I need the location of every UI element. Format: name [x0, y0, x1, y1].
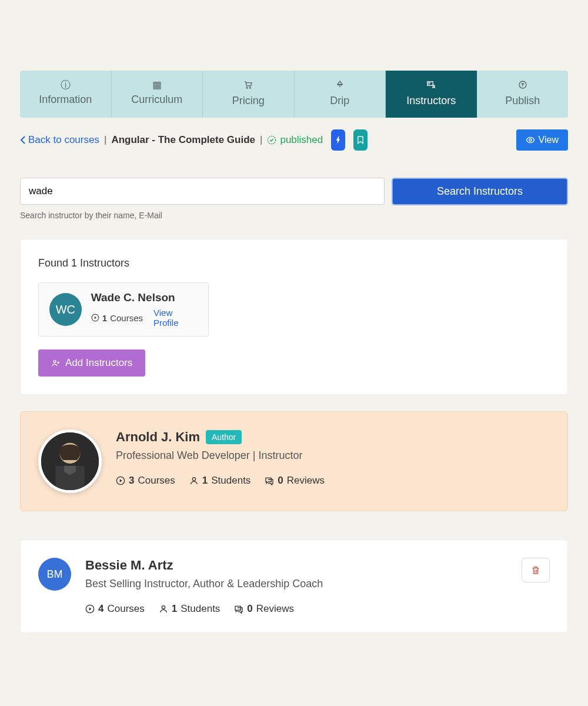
students-stat: 1 Students	[189, 475, 251, 487]
avatar: BM	[38, 558, 71, 591]
reviews-stat: 0 Reviews	[265, 475, 325, 487]
instructor-subtitle: Professional Web Developer | Instructor	[116, 449, 550, 462]
publish-icon	[518, 80, 527, 91]
svg-point-8	[54, 360, 56, 362]
reviews-stat: 0 Reviews	[234, 603, 294, 615]
featured-badge[interactable]	[331, 129, 345, 151]
bookmark-icon	[358, 136, 363, 144]
view-profile-link[interactable]: View Profile	[153, 308, 198, 328]
courses-stat: 4 Courses	[85, 603, 145, 615]
svg-point-0	[246, 87, 248, 88]
tabs-nav: ⓘ Information ▦ Curriculum Pricing Drip …	[20, 71, 568, 118]
svg-point-1	[250, 87, 251, 88]
info-icon: ⓘ	[61, 80, 71, 90]
found-count: Found 1 Instructors	[38, 257, 550, 269]
tab-instructors[interactable]: Instructors	[386, 71, 477, 118]
tab-drip[interactable]: Drip	[295, 71, 386, 118]
user-icon	[159, 604, 168, 614]
play-circle-icon	[85, 604, 95, 614]
search-row: Search instructor by their name, E-Mail …	[20, 178, 568, 220]
table-icon: ▦	[152, 80, 162, 90]
svg-point-3	[433, 85, 435, 87]
svg-point-15	[162, 606, 165, 609]
play-circle-icon	[91, 314, 99, 322]
trash-icon	[531, 565, 540, 575]
tab-publish[interactable]: Publish	[477, 71, 569, 118]
search-results-card: Found 1 Instructors WC Wade C. Nelson 1 …	[20, 239, 568, 395]
delete-instructor-button[interactable]	[522, 558, 550, 582]
add-instructors-button[interactable]: Add Instructors	[38, 349, 145, 377]
avatar	[38, 429, 102, 493]
courses-stat: 3 Courses	[116, 475, 175, 487]
drip-icon	[335, 80, 345, 91]
breadcrumb: Back to courses | Angular - The Complete…	[20, 129, 568, 151]
instructor-name: Wade C. Nelson	[91, 291, 198, 304]
check-circle-icon	[267, 135, 276, 145]
tab-pricing[interactable]: Pricing	[203, 71, 295, 118]
svg-point-5	[268, 136, 276, 144]
search-input[interactable]	[20, 178, 385, 205]
chat-icon	[234, 604, 243, 614]
cart-icon	[243, 80, 253, 91]
students-stat: 1 Students	[159, 603, 220, 615]
tab-curriculum[interactable]: ▦ Curriculum	[112, 71, 203, 118]
instructor-name: Bessie M. Artz	[85, 558, 173, 573]
bookmark-badge[interactable]	[353, 129, 368, 151]
view-button[interactable]: View	[516, 129, 568, 151]
author-instructor-card: Arnold J. Kim Author Professional Web De…	[20, 411, 568, 511]
course-title: Angular - The Complete Guide	[111, 134, 255, 146]
users-plus-icon	[51, 358, 61, 368]
courses-count: 1 Courses	[91, 313, 143, 323]
instructors-icon	[426, 80, 436, 91]
chevron-left-icon	[20, 136, 26, 144]
back-to-courses-link[interactable]: Back to courses	[20, 134, 99, 146]
eye-icon	[526, 135, 535, 145]
svg-point-13	[192, 478, 195, 481]
instructor-name: Arnold J. Kim	[116, 429, 200, 445]
user-icon	[189, 476, 199, 485]
search-helper: Search instructor by their name, E-Mail	[20, 211, 385, 220]
avatar: WC	[49, 293, 82, 326]
published-status: published	[267, 134, 323, 146]
play-circle-icon	[116, 476, 125, 485]
search-instructors-button[interactable]: Search Instructors	[392, 178, 568, 205]
lightning-icon	[336, 136, 340, 144]
chat-icon	[265, 476, 274, 485]
tab-information[interactable]: ⓘ Information	[20, 71, 112, 118]
instructor-subtitle: Best Selling Instructor, Author & Leader…	[85, 578, 507, 590]
author-badge: Author	[206, 430, 242, 444]
instructor-card: BM Bessie M. Artz Best Selling Instructo…	[20, 540, 568, 633]
svg-point-6	[529, 139, 532, 141]
instructor-result[interactable]: WC Wade C. Nelson 1 Courses View Profile	[38, 282, 209, 337]
